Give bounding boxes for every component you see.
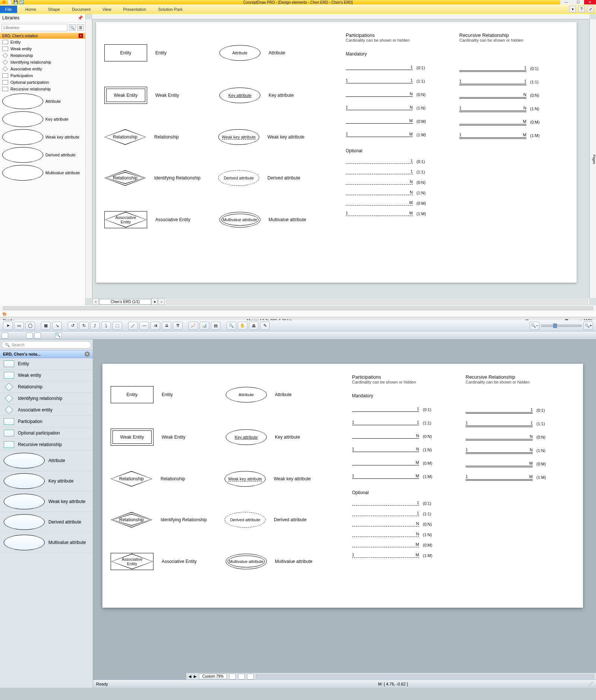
participation-line[interactable]: M <box>346 200 413 206</box>
library-item[interactable]: Entity <box>0 358 93 370</box>
dist-tool-button[interactable]: ⇊ <box>162 322 171 330</box>
resize-grip-icon[interactable]: ⋰ <box>578 681 593 686</box>
zoom-combo[interactable]: Custom 79% <box>199 674 227 679</box>
next-page-button[interactable]: ▶ <box>194 674 197 678</box>
library-item[interactable]: Relationship <box>0 52 85 59</box>
participation-line[interactable]: 1M <box>352 553 419 558</box>
qat-icon[interactable]: 💾 <box>13 0 18 4</box>
zoom-slider[interactable] <box>541 325 582 327</box>
chart2-tool-button[interactable]: 📊 <box>200 322 209 330</box>
grid-tool-button[interactable]: ▦ <box>41 322 51 330</box>
participation-line[interactable]: N <box>346 179 413 185</box>
line-tool-button[interactable]: ／ <box>128 322 138 330</box>
participation-line[interactable]: M <box>466 461 533 466</box>
entity-shape[interactable]: Entity <box>104 44 147 61</box>
menu-document[interactable]: Document <box>66 6 96 13</box>
maximize-button[interactable]: ☐ <box>572 0 584 4</box>
participation-line[interactable]: 1N <box>346 105 413 110</box>
library-item[interactable]: Identifying relationship <box>0 59 85 66</box>
qat-icon[interactable]: ↩️ <box>19 0 24 4</box>
curve-tool-button[interactable]: 〰 <box>139 322 149 330</box>
menu-view[interactable]: View <box>96 6 117 13</box>
pages-panel-tab[interactable]: Pages <box>589 19 596 298</box>
zoom-in-button[interactable]: 🔍 <box>226 322 236 330</box>
group-tool-button[interactable]: ⬚ <box>112 322 122 330</box>
participation-line[interactable]: N <box>352 521 419 526</box>
participation-line[interactable]: 1M <box>459 133 526 138</box>
library-item[interactable]: Recursive relationship <box>0 439 93 451</box>
participation-line[interactable]: 1 <box>352 500 419 506</box>
participation-line[interactable]: 1 <box>459 66 526 71</box>
library-item[interactable]: Optional participation <box>0 79 85 86</box>
menu-presentation[interactable]: Presentation <box>117 6 152 13</box>
participation-line[interactable]: 11 <box>352 420 419 425</box>
drawing-canvas[interactable]: Pages Entity Entity Attribute Attribute … <box>86 14 596 305</box>
qat-icon[interactable]: 📄 <box>7 0 12 4</box>
library-item[interactable]: Key attribute <box>0 471 93 491</box>
participation-line[interactable]: N <box>346 92 413 97</box>
participation-line[interactable]: 1M <box>346 211 413 216</box>
library-category-header[interactable]: ERD, Chen's nota... × <box>0 350 93 358</box>
align-tool-button[interactable]: ⇉ <box>150 322 160 330</box>
print-button[interactable]: 🖶 <box>249 322 259 330</box>
search-icon[interactable]: 🔍 <box>69 24 76 31</box>
titlebar[interactable]: 🔶 📄 💾 ↩️ ConceptDraw PRO - [Design eleme… <box>0 0 596 4</box>
participation-line[interactable]: 11 <box>346 78 413 83</box>
participation-line[interactable]: 1 <box>346 169 413 174</box>
library-item[interactable]: Derived attribute <box>0 146 85 164</box>
branch-tool-button[interactable]: ⤴ <box>90 322 100 330</box>
menu-shape[interactable]: Shape <box>42 6 66 13</box>
menu-home[interactable]: Home <box>19 6 42 13</box>
prev-page-button[interactable]: ◀ <box>188 674 191 678</box>
participation-line[interactable]: N <box>352 433 419 439</box>
next-tab-button[interactable]: › <box>158 298 165 305</box>
diamond-shape[interactable]: Relationship <box>104 170 146 186</box>
participation-line[interactable]: 1 <box>346 65 413 70</box>
attribute-shape[interactable]: Multivalue attribute <box>226 554 267 569</box>
search-button[interactable]: 🔍 <box>55 332 62 338</box>
participation-line[interactable]: 1M <box>352 474 419 479</box>
participation-line[interactable]: 11 <box>466 421 533 426</box>
library-item[interactable]: Weak entity <box>0 45 85 52</box>
entity-shape[interactable]: Entity <box>111 386 153 403</box>
library-item[interactable]: Attribute <box>0 92 85 110</box>
link2-tool-button[interactable]: ↻ <box>79 322 89 330</box>
library-item[interactable]: Participation <box>0 416 93 427</box>
view2-button[interactable] <box>238 674 245 680</box>
link-tool-button[interactable]: ↺ <box>68 322 77 330</box>
participation-line[interactable]: N <box>346 190 413 195</box>
participation-line[interactable]: 1 <box>352 407 419 412</box>
menu-file[interactable]: File <box>0 6 17 13</box>
attribute-shape[interactable]: Weak key attribute <box>225 471 266 487</box>
pin-icon[interactable]: 📌 <box>77 15 83 20</box>
eyedrop-button[interactable]: ✎ <box>260 322 270 330</box>
library-item[interactable]: Associative entity <box>0 404 93 416</box>
participation-line[interactable]: 1N <box>352 447 419 452</box>
participation-line[interactable]: M <box>352 542 419 547</box>
diamond-shape[interactable]: Relationship <box>111 512 152 528</box>
close-lib-icon[interactable]: × <box>79 34 83 38</box>
oval-tool-button[interactable]: ◯ <box>25 322 35 330</box>
dist2-tool-button[interactable]: ⇈ <box>173 322 183 330</box>
zoom-out-icon[interactable]: 🔍− <box>530 322 539 330</box>
expand-icon[interactable]: ⤢ <box>587 6 594 12</box>
library-item[interactable]: Derived attribute <box>0 512 93 532</box>
attribute-shape[interactable]: Weak key attribute <box>218 129 259 145</box>
attribute-shape[interactable]: Key attribute <box>219 88 260 103</box>
attribute-shape[interactable]: Attribute <box>226 387 267 402</box>
library-item[interactable]: Recursive relationship <box>0 86 85 92</box>
library-item[interactable]: Key attribute <box>0 110 85 128</box>
attribute-shape[interactable]: Key attribute <box>226 429 267 445</box>
participation-line[interactable]: N <box>459 92 526 98</box>
page[interactable]: Entity Entity Attribute Attribute Weak E… <box>102 364 583 608</box>
view-thumb-button[interactable] <box>34 332 41 338</box>
library-item[interactable]: Multivalue attribute <box>0 164 85 182</box>
library-search-input[interactable] <box>1 24 67 31</box>
participation-line[interactable]: 1 <box>466 407 533 413</box>
help-icon[interactable]: ? <box>578 6 585 12</box>
library-item[interactable]: Multivalue attribute <box>0 532 93 553</box>
branch2-tool-button[interactable]: ⤵ <box>101 322 111 330</box>
library-category-header[interactable]: ERD, Chen's notation × <box>0 33 85 39</box>
participation-line[interactable]: 1 <box>352 511 419 516</box>
library-item[interactable]: Associative entity <box>0 66 85 72</box>
